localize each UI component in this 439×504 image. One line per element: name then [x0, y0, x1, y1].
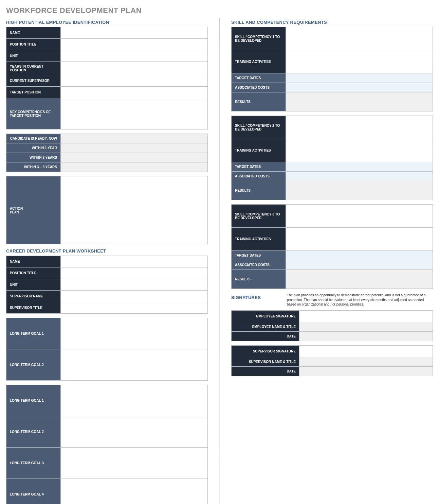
- cdp-identity-table: NAME POSITION TITLE UNIT SUPERVISOR NAME…: [6, 256, 208, 314]
- cdp-unit-label: UNIT: [6, 279, 61, 291]
- scr2-dates-label: TARGET DATES: [231, 162, 286, 172]
- scr1-costs-label: ASSOCIATED COSTS: [231, 83, 286, 92]
- hp-supervisor-input[interactable]: [61, 75, 208, 87]
- hp-years-label: YEARS IN CURRENT POSITION: [6, 62, 61, 75]
- scr1-training-label: TRAINING ACTIVITIES: [231, 50, 286, 73]
- scr3-dates-input[interactable]: [286, 251, 433, 260]
- hp-position-input[interactable]: [61, 39, 208, 50]
- hp-years-input[interactable]: [61, 62, 208, 75]
- cdp-name-label: NAME: [6, 256, 61, 267]
- scr2-costs-label: ASSOCIATED COSTS: [231, 172, 286, 181]
- hp-name-label: NAME: [6, 27, 61, 39]
- cdp-name-input[interactable]: [61, 256, 208, 267]
- ltg1a-input[interactable]: [61, 318, 208, 349]
- action-plan-input[interactable]: [61, 176, 208, 244]
- ltg2b-label: LONG TERM GOAL 2: [6, 416, 61, 448]
- ready-2-input[interactable]: [61, 153, 208, 162]
- scr1-dates-input[interactable]: [286, 73, 433, 83]
- ready-1-label: WITHIN 1 YEAR: [6, 143, 61, 153]
- ltg2a-input[interactable]: [61, 349, 208, 381]
- cdp-ltgoals-b: LONG TERM GOAL 1 LONG TERM GOAL 2 LONG T…: [6, 385, 208, 504]
- scr-block-3: SKILL / COMPETENCY 3 TO BE DEVELOPED TRA…: [231, 204, 433, 289]
- ltg3-input[interactable]: [61, 448, 208, 479]
- action-plan-label: ACTION PLAN: [6, 176, 61, 244]
- cdp-position-label: POSITION TITLE: [6, 267, 61, 279]
- empname-input[interactable]: [299, 322, 433, 331]
- hp-position-label: POSITION TITLE: [6, 39, 61, 50]
- scr-heading: SKILL AND COMPETENCY REQUIREMENTS: [231, 20, 433, 25]
- ready-now-input[interactable]: [61, 134, 208, 143]
- cdp-unit-input[interactable]: [61, 279, 208, 291]
- scr2-skill-input[interactable]: [286, 116, 433, 139]
- scr1-results-label: RESULTS: [231, 92, 286, 111]
- scr1-skill-label: SKILL / COMPETENCY 1 TO BE DEVELOPED: [231, 27, 286, 50]
- hp-unit-label: UNIT: [6, 50, 61, 62]
- ltg4-input[interactable]: [61, 479, 208, 504]
- scr3-costs-label: ASSOCIATED COSTS: [231, 260, 286, 270]
- ltg2b-input[interactable]: [61, 416, 208, 448]
- cdp-supname-label: SUPERVISOR NAME: [6, 291, 61, 302]
- scr1-results-input[interactable]: [286, 92, 433, 111]
- empdate-label: DATE: [231, 331, 299, 341]
- hp-readiness-table: CANDIDATE IS READY: NOW WITHIN 1 YEAR WI…: [6, 134, 208, 172]
- scr2-training-label: TRAINING ACTIVITIES: [231, 139, 286, 162]
- scr1-costs-input[interactable]: [286, 83, 433, 92]
- hp-keycomp-input[interactable]: [61, 98, 208, 129]
- ready-now-label: CANDIDATE IS READY: NOW: [6, 134, 61, 143]
- page-title: WORKFORCE DEVELOPMENT PLAN: [6, 6, 433, 15]
- ltg1a-label: LONG TERM GOAL 1: [6, 318, 61, 349]
- hp-unit-input[interactable]: [61, 50, 208, 62]
- scr3-dates-label: TARGET DATES: [231, 251, 286, 260]
- hp-action-table: ACTION PLAN: [6, 176, 208, 244]
- cdp-position-input[interactable]: [61, 267, 208, 279]
- cdp-ltgoals-a: LONG TERM GOAL 1 LONG TERM GOAL 2: [6, 318, 208, 381]
- scr-block-2: SKILL / COMPETENCY 2 TO BE DEVELOPED TRA…: [231, 116, 433, 200]
- scr2-results-label: RESULTS: [231, 181, 286, 200]
- sig-heading: SIGNATURES: [231, 295, 282, 300]
- supname-label: SUPERVISOR NAME & TITLE: [231, 357, 299, 366]
- scr1-skill-input[interactable]: [286, 27, 433, 50]
- scr1-dates-label: TARGET DATES: [231, 73, 286, 83]
- hp-target-label: TARGET POSITION: [6, 87, 61, 98]
- hp-heading: HIGH POTENTIAL EMPLOYEE IDENTIFICATION: [6, 20, 208, 25]
- left-column: HIGH POTENTIAL EMPLOYEE IDENTIFICATION N…: [6, 18, 208, 504]
- ready-35-input[interactable]: [61, 162, 208, 172]
- cdp-suptitle-label: SUPERVISOR TITLE: [6, 302, 61, 314]
- cdp-suptitle-input[interactable]: [61, 302, 208, 314]
- scr3-results-label: RESULTS: [231, 270, 286, 289]
- ltg2a-label: LONG TERM GOAL 2: [6, 349, 61, 381]
- scr2-dates-input[interactable]: [286, 162, 433, 172]
- supdate-input[interactable]: [299, 366, 433, 376]
- hp-name-input[interactable]: [61, 27, 208, 39]
- supsig-input[interactable]: [299, 345, 433, 357]
- empdate-input[interactable]: [299, 331, 433, 341]
- hp-supervisor-label: CURRENT SUPERVISOR: [6, 75, 61, 87]
- scr2-training-input[interactable]: [286, 139, 433, 162]
- scr2-results-input[interactable]: [286, 181, 433, 200]
- scr3-training-input[interactable]: [286, 228, 433, 251]
- scr2-costs-input[interactable]: [286, 172, 433, 181]
- ltg1b-input[interactable]: [61, 385, 208, 416]
- sig-employee-table: EMPLOYEE SIGNATURE EMPLOYEE NAME & TITLE…: [231, 310, 433, 341]
- cdp-supname-input[interactable]: [61, 291, 208, 302]
- scr3-results-input[interactable]: [286, 270, 433, 289]
- scr3-skill-input[interactable]: [286, 205, 433, 228]
- ltg4-label: LONG TERM GOAL 4: [6, 479, 61, 504]
- supname-input[interactable]: [299, 357, 433, 366]
- scr-block-1: SKILL / COMPETENCY 1 TO BE DEVELOPED TRA…: [231, 27, 433, 111]
- hp-target-input[interactable]: [61, 87, 208, 98]
- ltg3-label: LONG TERM GOAL 3: [6, 448, 61, 479]
- column-divider: [219, 18, 220, 504]
- ltg1b-label: LONG TERM GOAL 1: [6, 385, 61, 416]
- sig-supervisor-table: SUPERVISOR SIGNATURE SUPERVISOR NAME & T…: [231, 345, 433, 376]
- sig-note: The plan provides an opportunity to demo…: [287, 293, 433, 307]
- right-column: SKILL AND COMPETENCY REQUIREMENTS SKILL …: [231, 18, 433, 504]
- scr3-costs-input[interactable]: [286, 260, 433, 270]
- ready-35-label: WITHIN 3 – 5 YEARS: [6, 162, 61, 172]
- scr1-training-input[interactable]: [286, 50, 433, 73]
- supdate-label: DATE: [231, 366, 299, 376]
- empsig-input[interactable]: [299, 310, 433, 322]
- ready-1-input[interactable]: [61, 143, 208, 153]
- scr3-training-label: TRAINING ACTIVITIES: [231, 228, 286, 251]
- ready-2-label: WITHIN 2 YEARS: [6, 153, 61, 162]
